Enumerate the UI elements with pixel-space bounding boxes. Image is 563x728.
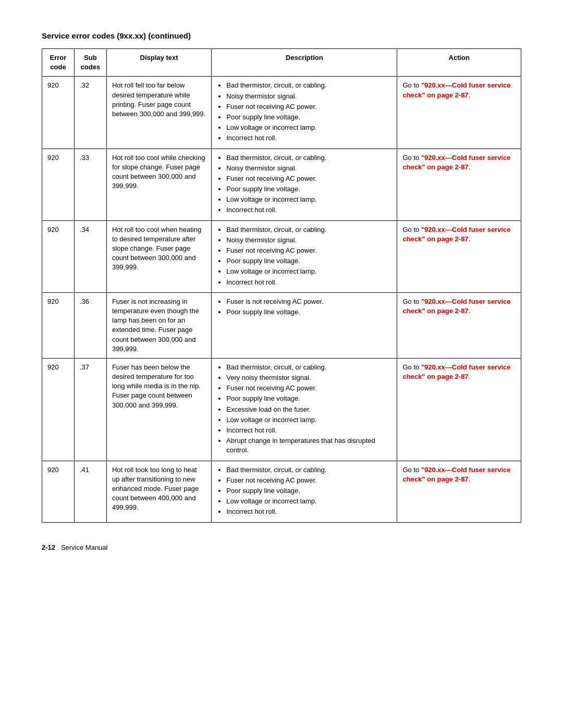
cell-description: Bad thermistor, circuit, or cabling.Fuse… [212, 461, 397, 522]
action-link: "920.xx—Cold fuser service check" on pag… [402, 81, 510, 98]
list-item: Very noisy thermistor signal. [226, 373, 391, 382]
action-link: "920.xx—Cold fuser service check" on pag… [402, 298, 510, 315]
list-item: Fuser not receiving AC power. [226, 384, 391, 393]
cell-action: Go to "920.xx—Cold fuser service check" … [397, 220, 521, 292]
cell-display-text: Fuser has been below the desired tempera… [106, 358, 211, 461]
list-item: Noisy thermistor signal. [226, 236, 391, 245]
cell-error-code: 920 [42, 77, 75, 149]
table-row: 920.32Hot roll fell too far below desire… [42, 77, 521, 149]
cell-error-code: 920 [42, 461, 75, 522]
list-item: Poor supply line voltage. [226, 184, 391, 194]
list-item: Bad thermistor, circuit, or cabling. [226, 225, 391, 235]
table-row: 920.34Hot roll too cool when heating to … [42, 220, 521, 292]
list-item: Poor supply line voltage. [226, 394, 391, 403]
header-display-text: Display text [106, 49, 211, 77]
list-item: Low voltage or incorrect lamp. [226, 497, 391, 506]
cell-description: Bad thermistor, circuit, or cabling.Very… [212, 358, 397, 461]
cell-action: Go to "920.xx—Cold fuser service check" … [397, 292, 521, 358]
header-action: Action [397, 49, 521, 77]
cell-error-code: 920 [42, 149, 75, 220]
list-item: Excessive load on the fuser. [226, 405, 391, 414]
cell-description: Bad thermistor, circuit, or cabling.Nois… [212, 220, 397, 292]
list-item: Incorrect hot roll. [226, 426, 391, 435]
cell-sub-code: .33 [74, 149, 106, 220]
list-item: Bad thermistor, circuit, or cabling. [226, 363, 391, 372]
cell-action: Go to "920.xx—Cold fuser service check" … [397, 149, 521, 220]
list-item: Fuser not receiving AC power. [226, 476, 391, 485]
error-codes-table: Errorcode Subcodes Display text Descript… [42, 48, 521, 523]
list-item: Poor supply line voltage. [226, 113, 391, 122]
list-item: Incorrect hot roll. [226, 205, 391, 215]
footer: 2-12 Service Manual [42, 544, 521, 551]
cell-error-code: 920 [42, 358, 75, 461]
cell-action: Go to "920.xx—Cold fuser service check" … [397, 77, 521, 149]
cell-display-text: Hot roll took too long to heat up after … [106, 461, 211, 522]
list-item: Poor supply line voltage. [226, 307, 391, 317]
cell-sub-code: .34 [74, 220, 106, 292]
list-item: Bad thermistor, circuit, or cabling. [226, 153, 391, 163]
cell-error-code: 920 [42, 220, 75, 292]
list-item: Bad thermistor, circuit, or cabling. [226, 81, 391, 90]
header-sub-codes: Subcodes [74, 49, 106, 77]
list-item: Incorrect hot roll. [226, 507, 391, 516]
cell-display-text: Hot roll too cool while checking for slo… [106, 149, 211, 220]
list-item: Low voltage or incorrect lamp. [226, 123, 391, 132]
cell-description: Fuser is not receiving AC power.Poor sup… [212, 292, 397, 358]
list-item: Poor supply line voltage. [226, 256, 391, 266]
cell-display-text: Fuser is not increasing in temperature e… [106, 292, 211, 358]
cell-description: Bad thermistor, circuit, or cabling.Nois… [212, 77, 397, 149]
list-item: Fuser not receiving AC power. [226, 174, 391, 183]
list-item: Low voltage or incorrect lamp. [226, 267, 391, 276]
cell-sub-code: .32 [74, 77, 106, 149]
list-item: Incorrect hot roll. [226, 133, 391, 143]
cell-sub-code: .36 [74, 292, 106, 358]
cell-error-code: 920 [42, 292, 75, 358]
header-description: Description [212, 49, 397, 77]
cell-sub-code: .41 [74, 461, 106, 522]
action-link: "920.xx—Cold fuser service check" on pag… [402, 226, 510, 243]
list-item: Poor supply line voltage. [226, 486, 391, 496]
page-title: Service error codes (9xx.xx) (continued) [42, 31, 521, 40]
cell-display-text: Hot roll fell too far below desired temp… [106, 77, 211, 149]
footer-page-label: 2-12 [42, 544, 55, 551]
list-item: Noisy thermistor signal. [226, 92, 391, 101]
footer-page-text: Service Manual [61, 544, 108, 551]
cell-description: Bad thermistor, circuit, or cabling.Nois… [212, 149, 397, 220]
cell-sub-code: .37 [74, 358, 106, 461]
table-row: 920.36Fuser is not increasing in tempera… [42, 292, 521, 358]
list-item: Noisy thermistor signal. [226, 164, 391, 173]
cell-action: Go to "920.xx—Cold fuser service check" … [397, 461, 521, 522]
list-item: Bad thermistor, circuit, or cabling. [226, 465, 391, 475]
list-item: Fuser not receiving AC power. [226, 246, 391, 255]
header-error-code: Errorcode [42, 49, 75, 77]
cell-action: Go to "920.xx—Cold fuser service check" … [397, 358, 521, 461]
table-row: 920.37Fuser has been below the desired t… [42, 358, 521, 461]
action-link: "920.xx—Cold fuser service check" on pag… [402, 363, 510, 380]
cell-display-text: Hot roll too cool when heating to desire… [106, 220, 211, 292]
action-link: "920.xx—Cold fuser service check" on pag… [402, 154, 510, 171]
list-item: Fuser not receiving AC power. [226, 102, 391, 112]
action-link: "920.xx—Cold fuser service check" on pag… [402, 466, 510, 483]
table-row: 920.41Hot roll took too long to heat up … [42, 461, 521, 522]
table-row: 920.33Hot roll too cool while checking f… [42, 149, 521, 220]
list-item: Fuser is not receiving AC power. [226, 297, 391, 306]
list-item: Incorrect hot roll. [226, 278, 391, 287]
list-item: Abrupt change in temperatures that has d… [226, 436, 391, 455]
list-item: Low voltage or incorrect lamp. [226, 415, 391, 425]
list-item: Low voltage or incorrect lamp. [226, 195, 391, 204]
